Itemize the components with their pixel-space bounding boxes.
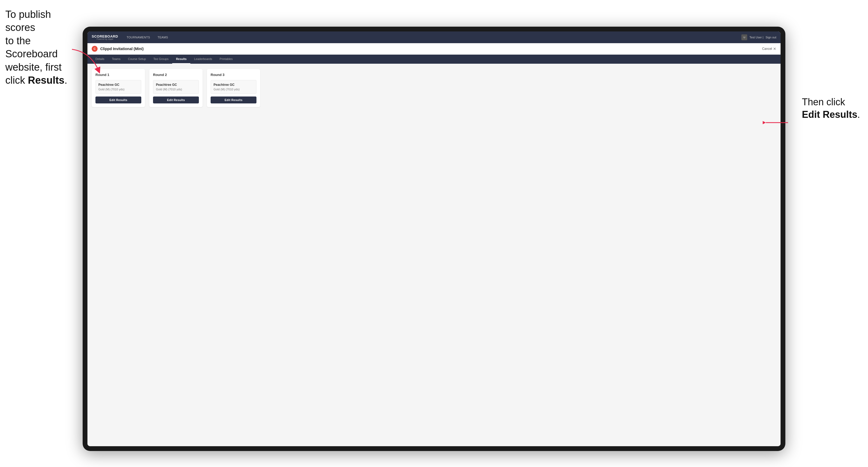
tournament-icon: C (92, 46, 98, 52)
instruction-left: To publish scores to the Scoreboard webs… (5, 8, 80, 87)
tab-printables[interactable]: Printables (216, 55, 237, 64)
logo: SCOREBOARD Powered by clippd (92, 35, 118, 40)
round-1-course-card: Peachtree GC Gold (M) (7010 yds) (95, 80, 141, 94)
nav-tournaments[interactable]: TOURNAMENTS (123, 31, 154, 43)
content-area: Round 1 Peachtree GC Gold (M) (7010 yds)… (87, 64, 781, 446)
round-2-course-card: Peachtree GC Gold (M) (7010 yds) (153, 80, 199, 94)
tablet-screen: SCOREBOARD Powered by clippd TOURNAMENTS… (87, 31, 781, 446)
rounds-grid: Round 1 Peachtree GC Gold (M) (7010 yds)… (92, 69, 776, 107)
round-1-card: Round 1 Peachtree GC Gold (M) (7010 yds)… (92, 69, 145, 107)
tab-bar: Details Teams Course Setup Tee Groups Re… (87, 55, 781, 64)
round-3-course-card: Peachtree GC Gold (M) (7010 yds) (211, 80, 256, 94)
round-3-card: Round 3 Peachtree GC Gold (M) (7010 yds)… (207, 69, 260, 107)
round-2-course-details: Gold (M) (7010 yds) (156, 88, 196, 91)
nav-teams[interactable]: TEAMS (154, 31, 172, 43)
tournament-name: Clippd Invitational (Mini) (100, 46, 762, 51)
tournament-header: C Clippd Invitational (Mini) Cancel ✕ (87, 43, 781, 55)
tab-results[interactable]: Results (172, 55, 190, 64)
tab-leaderboards[interactable]: Leaderboards (190, 55, 216, 64)
tablet-device: SCOREBOARD Powered by clippd TOURNAMENTS… (83, 27, 785, 451)
round-2-card: Round 2 Peachtree GC Gold (M) (7010 yds)… (149, 69, 203, 107)
tab-teams[interactable]: Teams (108, 55, 124, 64)
user-avatar: U (741, 34, 747, 40)
round-1-course-details: Gold (M) (7010 yds) (98, 88, 138, 91)
round-2-course-name: Peachtree GC (156, 83, 196, 87)
nav-links: TOURNAMENTS TEAMS (123, 31, 741, 43)
round-2-title: Round 2 (153, 73, 199, 77)
round-3-course-name: Peachtree GC (214, 83, 253, 87)
round-2-edit-results-button[interactable]: Edit Results (153, 96, 199, 103)
tab-course-setup[interactable]: Course Setup (124, 55, 150, 64)
tab-details[interactable]: Details (92, 55, 108, 64)
round-1-edit-results-button[interactable]: Edit Results (95, 96, 141, 103)
nav-right: U Test User | Sign out (741, 34, 776, 40)
round-3-course-details: Gold (M) (7010 yds) (214, 88, 253, 91)
round-1-title: Round 1 (95, 73, 141, 77)
tab-tee-groups[interactable]: Tee Groups (150, 55, 172, 64)
round-1-course-name: Peachtree GC (98, 83, 138, 87)
cancel-button[interactable]: Cancel ✕ (762, 46, 776, 51)
navigation-bar: SCOREBOARD Powered by clippd TOURNAMENTS… (87, 31, 781, 43)
instruction-right: Then click Edit Results. (802, 96, 860, 121)
round-3-title: Round 3 (211, 73, 256, 77)
round-3-edit-results-button[interactable]: Edit Results (211, 96, 256, 103)
